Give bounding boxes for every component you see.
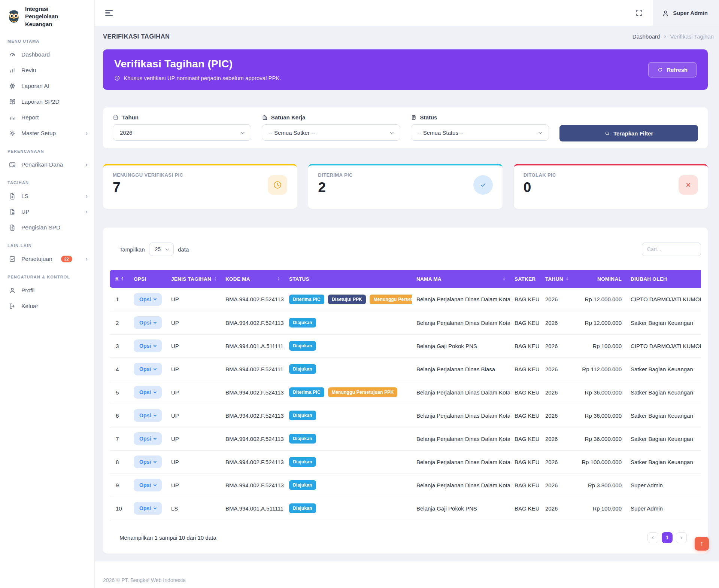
banner-subtitle: Khusus verifikasi UP nominatif perjadin …: [124, 75, 281, 81]
cell-kode: BMA.994.002.F.524113: [221, 381, 285, 404]
refresh-button[interactable]: Refresh: [648, 62, 697, 77]
sidebar-section-pengaturan: PENGATURAN & KONTROL: [0, 267, 94, 283]
opsi-button[interactable]: Opsi: [134, 409, 162, 422]
cell-kode: BMA.994.002.F.524111: [221, 357, 285, 381]
opsi-button[interactable]: Opsi: [134, 316, 162, 329]
col-number[interactable]: #▲▼: [110, 270, 129, 288]
status-select[interactable]: -- Semua Status --: [411, 124, 549, 141]
col-jenis-tagihan[interactable]: JENIS TAGIHAN▲▼: [167, 270, 221, 288]
cell-kode: BMA.994.002.F.524113: [221, 473, 285, 497]
sidebar-section-perencanaan: PERENCANAAN: [0, 141, 94, 157]
user-name: Super Admin: [673, 10, 708, 16]
table-row: 9 Opsi UP BMA.994.002.F.524113 Diajukan …: [110, 473, 701, 497]
opsi-button[interactable]: Opsi: [134, 456, 162, 468]
opsi-button[interactable]: Opsi: [134, 293, 162, 306]
sidebar-item-reviu[interactable]: Reviu: [0, 63, 94, 78]
sidebar-item-laporan-sp2d[interactable]: Laporan SP2D: [0, 94, 94, 110]
scroll-to-top-button[interactable]: ↑: [695, 537, 709, 551]
table-controls: Tampilkan 25 data: [110, 243, 701, 256]
cell-status: Diajukan: [285, 450, 412, 473]
opsi-button[interactable]: Opsi: [134, 363, 162, 375]
opsi-button[interactable]: Opsi: [134, 479, 162, 491]
status-badge: Diterima PIC: [289, 295, 324, 304]
tahun-select[interactable]: 2026: [113, 124, 251, 141]
filter-satker-label: Satuan Kerja: [271, 114, 306, 121]
cell-number: 6: [110, 404, 129, 427]
check-icon: [473, 175, 493, 195]
table-row: 1 Opsi UP BMA.994.002.F.524113 Diterima …: [110, 288, 701, 311]
sidebar-item-persetujuan[interactable]: Persetujuan 22 ›: [0, 251, 94, 267]
user-icon: [662, 9, 669, 17]
next-page-button[interactable]: ›: [676, 532, 687, 543]
col-nama-ma[interactable]: NAMA MA▲▼: [412, 270, 510, 288]
satker-select[interactable]: -- Semua Satker --: [262, 124, 400, 141]
cell-nominal: Rp 36.000.000: [571, 427, 626, 450]
breadcrumb-root[interactable]: Dashboard: [632, 33, 660, 40]
sidebar-item-dashboard[interactable]: Dashboard: [0, 47, 94, 63]
cell-nominal: Rp 12.000.000: [571, 311, 626, 334]
status-badge: Diajukan: [289, 318, 316, 327]
sun-gear-icon: [9, 130, 16, 137]
sidebar-item-penarikan-dana[interactable]: Penarikan Dana ›: [0, 157, 94, 173]
hamburger-menu-icon[interactable]: [105, 10, 113, 16]
cell-satker: BAG KEU: [510, 427, 541, 450]
bars-icon: [9, 114, 16, 121]
opsi-button[interactable]: Opsi: [134, 432, 162, 445]
sidebar-item-master-setup[interactable]: Master Setup ›: [0, 125, 94, 141]
check-square-icon: [9, 255, 16, 263]
chevron-down-icon: [154, 320, 157, 323]
cell-status: Diajukan: [285, 357, 412, 381]
cell-jenis: LS: [167, 497, 221, 520]
cell-nama: Belanja Perjalanan Dinas Dalam Kota: [412, 450, 510, 473]
stat-value: 7: [113, 180, 287, 195]
terapkan-filter-button[interactable]: Terapkan Filter: [559, 125, 698, 141]
opsi-button[interactable]: Opsi: [134, 386, 162, 399]
cell-diubah: Super Admin: [626, 497, 701, 520]
page-length-select[interactable]: 25: [149, 243, 174, 256]
stat-card-diterima: DITERIMA PIC 2: [308, 164, 502, 209]
search-input[interactable]: [642, 243, 701, 256]
page-1-button[interactable]: 1: [662, 532, 673, 543]
app-logo[interactable]: Integrasi Pengelolaan Keuangan: [0, 0, 94, 31]
sidebar-item-label: Pengisian SPD: [21, 224, 60, 231]
chevron-down-icon: [154, 413, 157, 416]
cell-satker: BAG KEU: [510, 357, 541, 381]
sidebar-item-report[interactable]: Report: [0, 110, 94, 125]
cell-number: 5: [110, 381, 129, 404]
main-area: Super Admin VERIFIKASI TAGIHAN Dashboard…: [95, 0, 719, 588]
col-kode-ma[interactable]: KODE MA▲▼: [221, 270, 285, 288]
cell-jenis: UP: [167, 427, 221, 450]
table-row: 10 Opsi LS BMA.994.001.A.511111 Diajukan…: [110, 497, 701, 520]
sidebar-item-ls[interactable]: LS ›: [0, 188, 94, 204]
owl-logo-icon: [7, 9, 21, 24]
filter-card: Tahun 2026 Satuan Kerja -- Semua Satker …: [103, 107, 708, 148]
table-summary-row: Menampilkan 1 sampai 10 dari 10 data ‹ 1…: [110, 532, 701, 543]
cell-jenis: UP: [167, 473, 221, 497]
opsi-button[interactable]: Opsi: [134, 502, 162, 515]
sidebar-section-menu-utama: MENU UTAMA: [0, 31, 94, 47]
stat-cards: MENUNGGU VERIFIKASI PIC 7 DITERIMA PIC 2…: [103, 164, 708, 209]
fullscreen-button[interactable]: [625, 9, 653, 17]
table-wrap: #▲▼ OPSI JENIS TAGIHAN▲▼ KODE MA▲▼ STATU…: [110, 270, 701, 520]
status-select-value: -- Semua Status --: [418, 130, 464, 136]
opsi-button[interactable]: Opsi: [134, 339, 162, 352]
status-badge: Diajukan: [289, 457, 316, 467]
sidebar-item-laporan-ai[interactable]: Laporan AI: [0, 78, 94, 94]
sidebar-item-pengisian-spd[interactable]: Pengisian SPD: [0, 220, 94, 235]
sidebar-item-label: UP: [21, 208, 30, 215]
cell-jenis: UP: [167, 288, 221, 311]
cell-satker: BAG KEU: [510, 450, 541, 473]
sidebar-item-up[interactable]: UP ›: [0, 204, 94, 220]
cell-satker: BAG KEU: [510, 311, 541, 334]
chevron-down-icon: [154, 344, 157, 347]
user-menu[interactable]: Super Admin: [653, 0, 719, 26]
sidebar-item-keluar[interactable]: Keluar: [0, 298, 94, 314]
status-badge: Diajukan: [289, 364, 316, 374]
sidebar-item-profil[interactable]: Profil: [0, 283, 94, 298]
cell-tahun: 2026: [541, 311, 571, 334]
cell-tahun: 2026: [541, 357, 571, 381]
verifikasi-banner: Verifikasi Tagihan (PIC) Khusus verifika…: [103, 49, 708, 90]
cell-kode: BMA.994.002.F.524113: [221, 311, 285, 334]
col-tahun[interactable]: TAHUN▲▼: [541, 270, 571, 288]
prev-page-button[interactable]: ‹: [647, 532, 658, 543]
